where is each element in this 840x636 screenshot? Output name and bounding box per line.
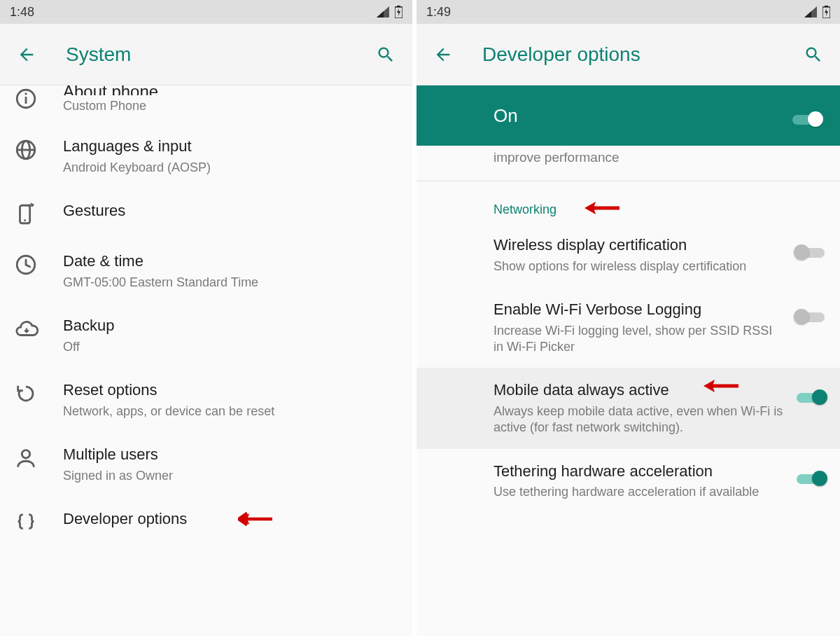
gestures-icon: [14, 202, 38, 226]
partial-item-subtitle: improve performance: [416, 146, 840, 175]
item-title: Multiple users: [63, 445, 398, 465]
settings-list[interactable]: About phone Custom Phone Languages & inp…: [0, 85, 412, 636]
arrow-back-icon: [17, 45, 36, 64]
cloud-backup-icon: [14, 317, 39, 341]
item-tethering-hw-accel[interactable]: Tethering hardware acceleration Use teth…: [416, 449, 840, 513]
status-bar: 1:48: [0, 0, 412, 24]
battery-charging-icon: [822, 6, 830, 18]
item-languages-input[interactable]: Languages & input Android Keyboard (AOSP…: [0, 124, 412, 188]
item-subtitle: Custom Phone: [63, 98, 398, 114]
screen-developer-options: 1:49 Developer options On improve perfor…: [416, 0, 840, 636]
svg-rect-4: [25, 93, 27, 95]
item-subtitle: Signed in as Owner: [63, 468, 398, 484]
svg-rect-3: [25, 97, 27, 104]
battery-charging-icon: [395, 6, 402, 18]
item-subtitle: Use tethering hardware acceleration if a…: [493, 484, 785, 500]
arrow-back-icon: [433, 45, 453, 64]
app-bar: System: [0, 24, 412, 85]
item-title: Wireless display certification: [493, 235, 785, 256]
status-bar: 1:49: [416, 0, 840, 24]
status-time: 1:48: [10, 5, 34, 20]
item-backup[interactable]: Backup Off: [0, 303, 412, 368]
toggle-mobile-data-always-active[interactable]: [794, 387, 827, 407]
item-title: Reset options: [63, 380, 398, 401]
item-mobile-data-always-active[interactable]: Mobile data always active Always keep mo…: [416, 368, 840, 448]
item-title: About phone: [63, 85, 158, 95]
page-title: System: [42, 43, 370, 66]
item-about-phone[interactable]: About phone Custom Phone: [0, 85, 412, 124]
user-icon: [14, 446, 38, 470]
svg-point-11: [22, 450, 29, 458]
toggle-wifi-verbose[interactable]: [794, 307, 827, 326]
reset-icon: [14, 382, 38, 406]
svg-rect-13: [825, 6, 828, 7]
status-icons: [804, 6, 830, 18]
section-header-networking: Networking: [416, 181, 840, 223]
signal-icon: [804, 6, 817, 18]
svg-rect-1: [397, 6, 400, 7]
back-button[interactable]: [428, 39, 458, 70]
toggle-wireless-display-cert[interactable]: [794, 242, 827, 262]
item-title: Backup: [63, 316, 398, 336]
item-title: Date & time: [63, 251, 398, 272]
item-subtitle: Off: [63, 339, 398, 355]
item-title: Languages & input: [63, 137, 398, 157]
item-developer-options[interactable]: Developer options: [0, 497, 412, 547]
item-reset-options[interactable]: Reset options Network, apps, or device c…: [0, 368, 412, 432]
annotation-arrow-icon: [584, 200, 620, 216]
svg-point-9: [24, 219, 26, 221]
item-wireless-display-cert[interactable]: Wireless display certification Show opti…: [416, 223, 840, 287]
item-title: Tethering hardware acceleration: [493, 462, 785, 482]
item-wifi-verbose-logging[interactable]: Enable Wi-Fi Verbose Logging Increase Wi…: [416, 287, 840, 368]
developer-options-list[interactable]: improve performance Networking Wireless …: [416, 146, 840, 636]
clock-icon: [14, 253, 38, 277]
search-icon: [376, 45, 396, 64]
item-title: Developer options: [63, 509, 398, 530]
item-subtitle: Show options for wireless display certif…: [493, 258, 785, 275]
item-subtitle: GMT-05:00 Eastern Standard Time: [63, 275, 398, 291]
screen-system: 1:48 System About phone Custom Phone: [0, 0, 416, 636]
app-bar: Developer options: [416, 24, 840, 85]
braces-icon: [14, 511, 38, 534]
toggle-tethering-hw-accel[interactable]: [794, 469, 827, 488]
search-button[interactable]: [370, 39, 401, 70]
item-subtitle: Increase Wi-Fi logging level, show per S…: [493, 323, 785, 356]
item-multiple-users[interactable]: Multiple users Signed in as Owner: [0, 432, 412, 497]
item-title: Mobile data always active: [493, 380, 785, 401]
page-title: Developer options: [458, 43, 798, 66]
info-icon: [14, 87, 38, 111]
item-subtitle: Android Keyboard (AOSP): [63, 160, 398, 176]
item-subtitle: Network, apps, or device can be reset: [63, 403, 398, 420]
search-icon: [804, 45, 823, 64]
item-title: Enable Wi-Fi Verbose Logging: [493, 300, 785, 320]
item-gestures[interactable]: Gestures: [0, 188, 412, 239]
signal-icon: [377, 6, 389, 18]
item-date-time[interactable]: Date & time GMT-05:00 Eastern Standard T…: [0, 239, 412, 303]
back-button[interactable]: [11, 39, 42, 70]
item-subtitle: Always keep mobile data active, even whe…: [493, 403, 785, 436]
master-toggle[interactable]: [790, 109, 823, 129]
status-time: 1:49: [426, 5, 451, 20]
search-button[interactable]: [798, 39, 829, 70]
item-title: Gestures: [63, 201, 398, 221]
status-icons: [377, 6, 402, 18]
master-toggle-label: On: [433, 105, 790, 127]
master-toggle-banner[interactable]: On: [416, 85, 840, 146]
globe-icon: [14, 138, 38, 162]
